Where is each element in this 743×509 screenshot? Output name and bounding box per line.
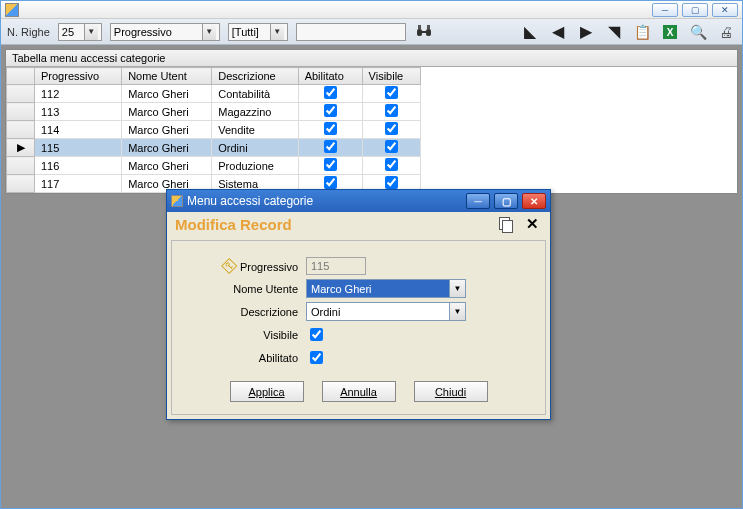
- cell-user[interactable]: Marco Gheri: [122, 121, 212, 139]
- table-row[interactable]: ▶115Marco GheriOrdini: [7, 139, 421, 157]
- visibile-label: Visibile: [188, 329, 306, 341]
- cell-user[interactable]: Marco Gheri: [122, 85, 212, 103]
- chevron-down-icon: ▼: [202, 24, 216, 40]
- match-filter-value: [Tutti]: [232, 26, 259, 38]
- abil-checkbox[interactable]: [324, 104, 337, 117]
- chevron-down-icon: ▼: [84, 24, 98, 40]
- visibile-checkbox[interactable]: [310, 328, 323, 341]
- vis-checkbox[interactable]: [385, 86, 398, 99]
- cell-user[interactable]: Marco Gheri: [122, 157, 212, 175]
- vis-checkbox[interactable]: [385, 140, 398, 153]
- svg-rect-1: [426, 29, 431, 36]
- nav-prev-icon[interactable]: ◀: [548, 22, 568, 42]
- search-input[interactable]: [296, 23, 406, 41]
- dialog-buttons: Applica Annulla Chiudi: [188, 371, 529, 406]
- cell-user[interactable]: Marco Gheri: [122, 103, 212, 121]
- col-progressivo[interactable]: Progressivo: [35, 68, 122, 85]
- nome-label: Nome Utente: [188, 283, 306, 295]
- svg-rect-0: [417, 29, 422, 36]
- cell-vis[interactable]: [362, 85, 420, 103]
- table-row[interactable]: 113Marco GheriMagazzino: [7, 103, 421, 121]
- excel-icon[interactable]: X: [660, 22, 680, 42]
- main-toolbar: N. Righe 25 ▼ Progressivo ▼ [Tutti] ▼ ◣ …: [1, 19, 742, 45]
- cell-prog[interactable]: 114: [35, 121, 122, 139]
- row-header[interactable]: [7, 103, 35, 121]
- row-header[interactable]: [7, 175, 35, 193]
- cell-vis[interactable]: [362, 139, 420, 157]
- col-visibile[interactable]: Visibile: [362, 68, 420, 85]
- cell-abil[interactable]: [298, 139, 362, 157]
- cell-user[interactable]: Marco Gheri: [122, 139, 212, 157]
- cell-abil[interactable]: [298, 85, 362, 103]
- cell-vis[interactable]: [362, 157, 420, 175]
- applica-button[interactable]: Applica: [230, 381, 304, 402]
- dialog-minimize-button[interactable]: ─: [466, 193, 490, 209]
- cell-prog[interactable]: 116: [35, 157, 122, 175]
- abil-checkbox[interactable]: [324, 86, 337, 99]
- nav-next-icon[interactable]: ▶: [576, 22, 596, 42]
- cell-desc[interactable]: Magazzino: [212, 103, 298, 121]
- cell-abil[interactable]: [298, 103, 362, 121]
- abilitato-checkbox[interactable]: [310, 351, 323, 364]
- table-row[interactable]: 114Marco GheriVendite: [7, 121, 421, 139]
- cell-desc[interactable]: Contabilità: [212, 85, 298, 103]
- dialog-maximize-button[interactable]: ▢: [494, 193, 518, 209]
- nav-first-icon[interactable]: ◣: [520, 22, 540, 42]
- window-controls: ─ ▢ ✕: [652, 3, 738, 17]
- key-icon: ⚿: [218, 255, 239, 276]
- cell-prog[interactable]: 115: [35, 139, 122, 157]
- table-corner: [7, 68, 35, 85]
- dialog-close-button[interactable]: ✕: [522, 193, 546, 209]
- cell-vis[interactable]: [362, 103, 420, 121]
- cell-prog[interactable]: 117: [35, 175, 122, 193]
- row-header[interactable]: [7, 85, 35, 103]
- vis-checkbox[interactable]: [385, 104, 398, 117]
- vis-checkbox[interactable]: [385, 122, 398, 135]
- vis-checkbox[interactable]: [385, 158, 398, 171]
- chiudi-button[interactable]: Chiudi: [414, 381, 488, 402]
- column-filter-value: Progressivo: [114, 26, 172, 38]
- row-header[interactable]: [7, 157, 35, 175]
- dialog-titlebar[interactable]: Menu accessi categorie ─ ▢ ✕: [167, 190, 550, 212]
- righe-combo[interactable]: 25 ▼: [58, 23, 102, 41]
- cell-vis[interactable]: [362, 121, 420, 139]
- close-button[interactable]: ✕: [712, 3, 738, 17]
- print-icon[interactable]: 🖨: [716, 22, 736, 42]
- col-nome[interactable]: Nome Utent: [122, 68, 212, 85]
- maximize-button[interactable]: ▢: [682, 3, 708, 17]
- cell-desc[interactable]: Produzione: [212, 157, 298, 175]
- cell-abil[interactable]: [298, 157, 362, 175]
- column-filter-combo[interactable]: Progressivo ▼: [110, 23, 220, 41]
- cell-prog[interactable]: 112: [35, 85, 122, 103]
- table-row[interactable]: 116Marco GheriProduzione: [7, 157, 421, 175]
- search-icon[interactable]: 🔍: [688, 22, 708, 42]
- col-abilitato[interactable]: Abilitato: [298, 68, 362, 85]
- paste-icon[interactable]: 📋: [632, 22, 652, 42]
- annulla-button[interactable]: Annulla: [322, 381, 396, 402]
- close-x-icon[interactable]: ✕: [522, 214, 542, 234]
- match-filter-combo[interactable]: [Tutti] ▼: [228, 23, 288, 41]
- svg-rect-3: [418, 25, 421, 29]
- cell-desc[interactable]: Ordini: [212, 139, 298, 157]
- nav-last-icon[interactable]: ◥: [604, 22, 624, 42]
- abil-checkbox[interactable]: [324, 158, 337, 171]
- copy-icon[interactable]: [496, 214, 516, 234]
- app-icon: [5, 3, 19, 17]
- minimize-button[interactable]: ─: [652, 3, 678, 17]
- descrizione-select[interactable]: Ordini ▼: [306, 302, 466, 321]
- table-row[interactable]: 112Marco GheriContabilità: [7, 85, 421, 103]
- abil-checkbox[interactable]: [324, 140, 337, 153]
- svg-rect-2: [422, 31, 426, 33]
- cell-abil[interactable]: [298, 121, 362, 139]
- binoculars-icon[interactable]: [414, 22, 434, 42]
- progressivo-field: 115: [306, 257, 366, 275]
- cell-desc[interactable]: Vendite: [212, 121, 298, 139]
- col-descrizione[interactable]: Descrizione: [212, 68, 298, 85]
- row-header[interactable]: ▶: [7, 139, 35, 157]
- abil-checkbox[interactable]: [324, 176, 337, 189]
- nome-utente-select[interactable]: Marco Gheri ▼: [306, 279, 466, 298]
- row-header[interactable]: [7, 121, 35, 139]
- cell-prog[interactable]: 113: [35, 103, 122, 121]
- vis-checkbox[interactable]: [385, 176, 398, 189]
- abil-checkbox[interactable]: [324, 122, 337, 135]
